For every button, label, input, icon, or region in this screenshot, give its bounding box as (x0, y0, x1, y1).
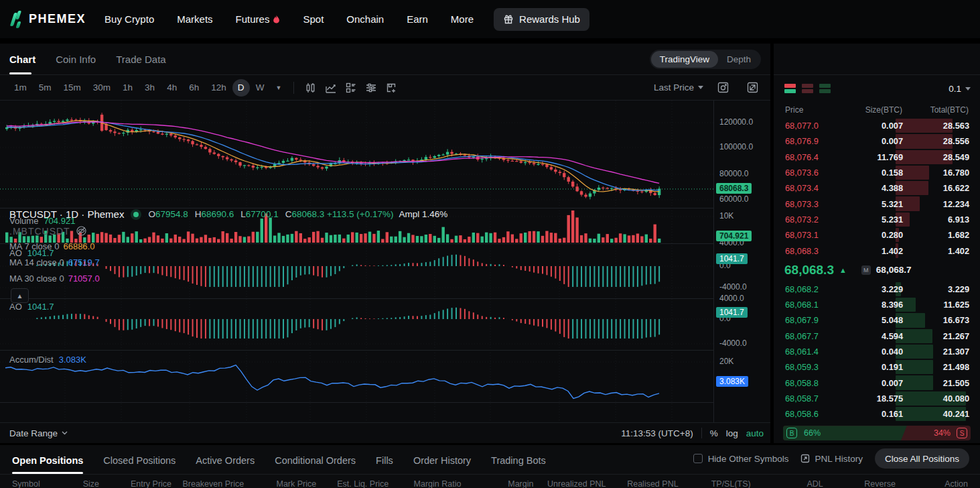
ask-row[interactable]: 68,076.411.76928.549 (774, 149, 980, 165)
bid-row[interactable]: 68,058.718.57540.080 (774, 391, 980, 406)
positions-tab-active-orders[interactable]: Active Orders (196, 447, 255, 474)
view-toggle-depth[interactable]: Depth (718, 51, 760, 68)
timeframe-1h[interactable]: 1h (117, 79, 139, 97)
mid-price-row[interactable]: 68,068.3 ▲ M 68,068.7 (774, 259, 980, 282)
view-toggle-tradingview[interactable]: TradingView (651, 51, 718, 68)
line-chart-icon[interactable] (321, 79, 341, 97)
rewards-hub-button[interactable]: Rewards Hub (494, 8, 589, 31)
bid-total: 11.625 (903, 300, 969, 310)
collapse-pane-button[interactable]: ▲ (11, 288, 29, 303)
positions-tab-bar: Open PositionsClosed PositionsActive Ord… (0, 445, 980, 475)
auto-scale-button[interactable]: auto (746, 428, 764, 438)
positions-tab-fills[interactable]: Fills (376, 447, 393, 474)
chart-area[interactable]: 120000.0100000.080000.060000.010K4000.00… (0, 101, 770, 422)
timeframe-more-caret[interactable]: ▼ (270, 84, 287, 91)
toolbar-divider (293, 82, 294, 94)
ask-row[interactable]: 68,077.00.00728.563 (774, 118, 980, 133)
ask-total: 6.913 (903, 215, 969, 225)
candlestick-style-icon[interactable] (301, 79, 321, 97)
ask-row[interactable]: 68,073.44.38816.622 (774, 180, 980, 196)
indicator-settings-icon[interactable] (361, 79, 381, 97)
positions-column-header: Est. Liq. Price (316, 479, 389, 488)
ask-size: 0.007 (849, 136, 903, 146)
nav-item-spot[interactable]: Spot (303, 13, 324, 25)
chevron-down-icon (965, 87, 971, 90)
ask-price: 68,068.3 (785, 246, 849, 256)
bid-total: 21.267 (903, 331, 969, 341)
bid-row[interactable]: 68,068.18.39611.625 (774, 297, 980, 312)
ask-row[interactable]: 68,068.31.4021.402 (774, 243, 980, 258)
hide-other-symbols-toggle[interactable]: Hide Other Symbols (693, 454, 789, 464)
price-mode-dropdown[interactable]: Last Price (654, 82, 703, 93)
ask-row[interactable]: 68,076.90.00728.556 (774, 133, 980, 149)
price-axis[interactable]: 120000.0100000.080000.060000.010K4000.00… (713, 101, 770, 422)
book-mode-both-icon[interactable] (784, 84, 796, 93)
bid-row[interactable]: 68,061.40.04021.307 (774, 344, 980, 359)
fullscreen-icon[interactable] (742, 79, 762, 97)
nav-item-earn[interactable]: Earn (407, 13, 428, 25)
timeframe-15m[interactable]: 15m (58, 79, 87, 97)
ask-price: 68,073.6 (785, 168, 849, 178)
checkbox-icon[interactable] (693, 454, 703, 463)
y-axis-tick: 80000.0 (719, 169, 748, 178)
timeframe-30m[interactable]: 30m (87, 79, 117, 97)
bid-row[interactable]: 68,068.23.2293.229 (774, 282, 980, 297)
clock: 11:13:53 (UTC+8) (621, 428, 693, 438)
positions-tab-conditional-orders[interactable]: Conditional Orders (275, 447, 356, 474)
tab-chart[interactable]: Chart (9, 44, 36, 74)
ask-price: 68,076.9 (785, 136, 849, 146)
tab-coin-info[interactable]: Coin Info (56, 44, 96, 74)
positions-column-header: Unrealized PNL (533, 479, 606, 488)
tick-size-dropdown[interactable]: 0.1 (949, 84, 971, 94)
nav-item-buy-crypto[interactable]: Buy Crypto (104, 13, 154, 25)
date-range-dropdown[interactable]: Date Range (9, 428, 68, 438)
bid-size: 18.575 (849, 393, 903, 404)
book-mode-asks-icon[interactable] (802, 84, 813, 93)
timeframe-1m[interactable]: 1m (8, 79, 33, 97)
price-chart-canvas[interactable] (0, 101, 713, 422)
nav-item-more[interactable]: More (451, 13, 474, 25)
price-tag: 1041.7 (716, 253, 748, 264)
bid-total: 40.241 (903, 409, 969, 419)
timeframe-w[interactable]: W (250, 79, 271, 97)
timeframe-3h[interactable]: 3h (139, 79, 161, 97)
timeframe-d[interactable]: D (232, 79, 250, 97)
view-toggle: TradingViewDepth (650, 50, 761, 69)
price-up-arrow-icon: ▲ (839, 266, 847, 274)
positions-tab-open-positions[interactable]: Open Positions (12, 447, 83, 474)
positions-tab-closed-positions[interactable]: Closed Positions (103, 447, 176, 474)
book-mode-bids-icon[interactable] (819, 84, 831, 93)
brand-name: PHEMEX (29, 12, 86, 26)
compare-layout-icon[interactable] (341, 79, 361, 97)
bid-row[interactable]: 68,058.80.00721.505 (774, 375, 980, 390)
tick-size-value: 0.1 (949, 84, 961, 94)
bid-row[interactable]: 68,059.30.19121.498 (774, 359, 980, 375)
bid-row[interactable]: 68,067.74.59421.267 (774, 328, 980, 344)
y-axis-tick: 60000.0 (719, 194, 748, 204)
close-all-positions-button[interactable]: Close All Positions (875, 448, 969, 469)
nav-item-onchain[interactable]: Onchain (346, 13, 384, 25)
ask-row[interactable]: 68,073.35.32112.234 (774, 196, 980, 211)
positions-tab-trading-bots[interactable]: Trading Bots (491, 447, 546, 474)
ask-size: 1.402 (849, 246, 903, 256)
timeframe-5m[interactable]: 5m (33, 79, 58, 97)
ask-row[interactable]: 68,073.25.2316.913 (774, 212, 980, 227)
pnl-history-button[interactable]: PNL History (800, 454, 863, 464)
ask-row[interactable]: 68,073.10.2801.682 (774, 227, 980, 243)
tab-trade-data[interactable]: Trade Data (116, 44, 165, 74)
log-scale-button[interactable]: log (726, 428, 738, 438)
timeframe-6h[interactable]: 6h (183, 79, 205, 97)
mark-price-icon: M (861, 265, 871, 275)
positions-tab-order-history[interactable]: Order History (413, 447, 471, 474)
percent-scale-button[interactable]: % (710, 428, 718, 438)
nav-item-markets[interactable]: Markets (177, 13, 212, 25)
timeframe-4h[interactable]: 4h (161, 79, 183, 97)
screenshot-icon[interactable] (713, 79, 733, 97)
ask-row[interactable]: 68,073.60.15816.780 (774, 165, 980, 180)
bid-row[interactable]: 68,067.95.04816.673 (774, 312, 980, 328)
timeframe-12h[interactable]: 12h (205, 79, 232, 97)
phemex-logo[interactable]: PHEMEX (11, 11, 86, 28)
bid-row[interactable]: 68,058.60.16140.241 (774, 406, 980, 422)
nav-item-futures[interactable]: Futures (236, 13, 281, 25)
save-template-icon[interactable] (381, 79, 401, 97)
